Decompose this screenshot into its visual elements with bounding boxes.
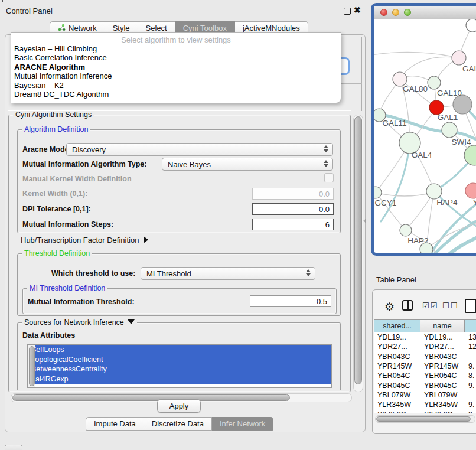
- network-node[interactable]: [442, 122, 457, 138]
- column-header-2[interactable]: name: [420, 319, 465, 332]
- table-cell: YPR145W: [421, 361, 465, 371]
- kernel-width-label: Kernel Width (0,1):: [22, 190, 87, 198]
- attribute-item[interactable]: BetweennessCentrality: [28, 364, 331, 374]
- scrollbar-thumb[interactable]: [376, 416, 471, 422]
- algorithm-option[interactable]: ARACNE Algorithm: [11, 63, 341, 71]
- hidden-groupbox-edge: [340, 83, 362, 84]
- table-cell: YDR27...: [374, 342, 421, 351]
- network-node[interactable]: [426, 184, 442, 199]
- table-row[interactable]: YBR045CYBR045C9.: [374, 380, 476, 390]
- network-edge: [376, 146, 408, 193]
- algorithm-option[interactable]: Dream8 DC_TDC Algorithm: [11, 90, 341, 99]
- scrollbar-thumb[interactable]: [354, 116, 362, 384]
- tab-infer-network[interactable]: Infer Network: [212, 417, 273, 431]
- table-cell: 9: [465, 409, 476, 413]
- table-cell: YBR045C: [374, 380, 421, 390]
- float-panel-icon[interactable]: [344, 8, 351, 15]
- tab-label: Network: [69, 24, 97, 32]
- tab-label: Style: [113, 24, 130, 32]
- mi-threshold-group-title: MI Threshold Definition: [27, 284, 107, 292]
- network-node-label: GAL11: [382, 119, 406, 128]
- table-cell: YLR345W: [374, 400, 421, 409]
- apply-button[interactable]: Apply: [157, 399, 201, 413]
- panel-splitter-handle[interactable]: [363, 219, 366, 223]
- tab-discretize-data[interactable]: Discretize Data: [144, 417, 212, 431]
- select-none-icon[interactable]: ☐☐: [442, 301, 458, 310]
- network-node[interactable]: [464, 145, 476, 165]
- mi-threshold-label: Mutual Information Threshold:: [28, 298, 135, 306]
- algorithm-option[interactable]: Bayesian – K2: [11, 81, 341, 90]
- cyni-settings-group: Cyni Algorithm Settings Algorithm Defini…: [8, 115, 351, 392]
- gear-icon[interactable]: ⚙: [384, 300, 395, 314]
- table-cell: 12: [465, 342, 476, 351]
- cyni-settings-title: Cyni Algorithm Settings: [13, 110, 94, 119]
- tab-impute-data[interactable]: Impute Data: [86, 417, 144, 431]
- data-attributes-list: SelfLoopsTopologicalCoefficientBetweenne…: [27, 344, 332, 388]
- table-row[interactable]: YPR145WYPR145W9.: [374, 361, 476, 371]
- network-window[interactable]: GALGAL80GAL10GAL1GAL11SWI4GAL4GCY1HAP4YH…: [371, 3, 476, 256]
- attribute-item[interactable]: SelfLoops: [28, 345, 331, 355]
- network-node-label: HAP2: [407, 236, 428, 245]
- table-row[interactable]: YLR345WYLR345W9.: [374, 400, 476, 409]
- mi-type-combo[interactable]: Naive Bayes: [162, 158, 333, 171]
- network-window-titlebar[interactable]: [374, 6, 476, 19]
- dpi-tolerance-label: DPI Tolerance [0,1]:: [22, 205, 91, 213]
- control-panel-title: Control Panel: [6, 6, 53, 15]
- network-node[interactable]: [466, 19, 476, 32]
- table-row[interactable]: YDR27...YDR27...12: [374, 342, 476, 351]
- network-node[interactable]: [465, 183, 476, 198]
- table-row[interactable]: YBL079WYBL079W: [374, 390, 476, 400]
- mi-threshold-group: MI Threshold Definition Mutual Informati…: [22, 288, 337, 314]
- scrollbar-thumb[interactable]: [12, 394, 290, 401]
- combo-stepper-icon: [323, 160, 329, 167]
- table-row[interactable]: YBR043CYBR043C: [374, 352, 476, 361]
- app-screenshot: Control Panel ✖ NetworkStyleSelectCyni T…: [0, 0, 476, 450]
- cyni-bottom-tabs: Impute DataDiscretize DataInfer Network: [86, 417, 273, 431]
- table-cell: [465, 352, 476, 361]
- collapsed-panel-button[interactable]: [5, 445, 22, 450]
- hub-definition-label: Hub/Transcription Factor Definition: [21, 236, 139, 244]
- column-header-1[interactable]: shared...: [374, 319, 420, 332]
- select-all-checked-icon[interactable]: ☑☑: [422, 301, 438, 310]
- threshold-definition-group: Threshold Definition Which threshold to …: [17, 253, 341, 316]
- algorithm-option[interactable]: Bayesian – Hill Climbing: [11, 44, 341, 53]
- algorithm-option[interactable]: Mutual Information Inference: [11, 71, 341, 80]
- algorithm-definition-group: Algorithm Definition Aracne Mode: Discov…: [17, 129, 341, 233]
- close-panel-icon[interactable]: ✖: [354, 5, 361, 15]
- settings-vertical-scrollbar[interactable]: [353, 115, 363, 392]
- zoom-window-icon[interactable]: [404, 9, 411, 16]
- aracne-mode-combo[interactable]: Discovery: [66, 143, 333, 156]
- algorithm-option[interactable]: Basic Correlation Inference: [11, 53, 341, 62]
- hub-definition-toggle[interactable]: Hub/Transcription Factor Definition: [21, 236, 148, 244]
- column-header-3[interactable]: A: [465, 319, 476, 332]
- dpi-tolerance-field[interactable]: 0.0: [252, 203, 334, 215]
- network-canvas[interactable]: GALGAL80GAL10GAL1GAL11SWI4GAL4GCY1HAP4YH…: [374, 19, 476, 253]
- combo-stepper-icon: [305, 269, 311, 276]
- table-header-row: shared...nameA: [374, 319, 476, 332]
- mi-steps-field[interactable]: 6: [252, 219, 334, 230]
- export-table-icon[interactable]: [465, 299, 476, 313]
- expand-right-icon: [144, 236, 148, 243]
- mi-threshold-field[interactable]: 0.5: [250, 295, 331, 307]
- network-node[interactable]: [453, 95, 472, 114]
- table-horizontal-scrollbar[interactable]: [375, 415, 475, 423]
- network-node[interactable]: [400, 224, 412, 236]
- close-window-icon[interactable]: [380, 9, 387, 16]
- attribute-item[interactable]: TopologicalCoefficient: [28, 355, 331, 365]
- which-threshold-combo[interactable]: MI Threshold: [141, 267, 315, 280]
- sources-title[interactable]: Sources for Network Inference: [22, 318, 137, 327]
- columns-icon[interactable]: [402, 300, 413, 311]
- minimize-window-icon[interactable]: [392, 9, 399, 16]
- attribute-item[interactable]: gal4RGexp: [28, 374, 331, 384]
- table-row[interactable]: YER054CYER054C8.: [374, 371, 476, 380]
- network-node-label: GAL1: [438, 113, 458, 122]
- table-cell: 9.: [465, 361, 476, 371]
- network-node[interactable]: [374, 187, 382, 198]
- network-node[interactable]: [428, 76, 441, 89]
- combo-stepper-icon: [323, 145, 329, 152]
- list-scrollbar[interactable]: [28, 345, 35, 387]
- network-node[interactable]: [452, 51, 466, 65]
- table-row[interactable]: YIL052CYIL052C9: [374, 409, 476, 413]
- table-row[interactable]: YDL19...YDL19...13: [374, 332, 476, 342]
- hidden-groupbox-edge: [361, 37, 362, 111]
